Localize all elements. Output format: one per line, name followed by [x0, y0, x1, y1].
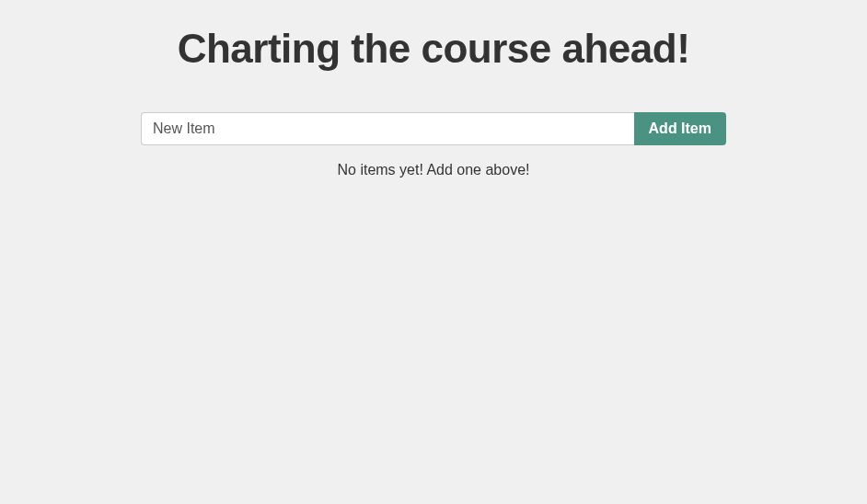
- page-title: Charting the course ahead!: [141, 26, 726, 72]
- new-item-input[interactable]: [141, 112, 634, 145]
- empty-state-message: No items yet! Add one above!: [141, 162, 726, 178]
- add-item-form: Add Item: [141, 112, 726, 145]
- add-item-button[interactable]: Add Item: [634, 112, 726, 145]
- main-container: Charting the course ahead! Add Item No i…: [141, 0, 726, 178]
